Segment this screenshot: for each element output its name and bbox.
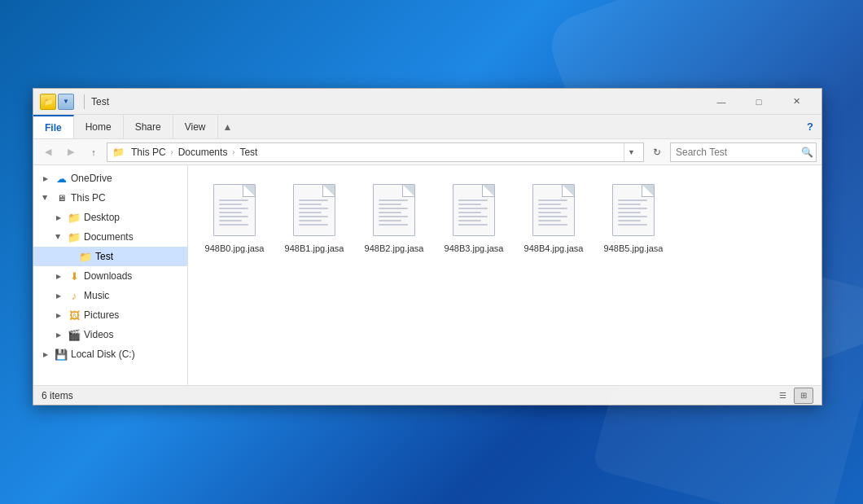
file-name: 948B5.jpg.jasa — [604, 243, 664, 254]
sidebar-label-pictures: Pictures — [84, 309, 119, 321]
details-view-button[interactable]: ☰ — [773, 388, 792, 404]
thispc-icon: 🖥 — [55, 191, 68, 204]
pictures-icon: 🖼 — [68, 309, 81, 322]
doc-line — [299, 216, 328, 217]
sidebar-item-localdisk[interactable]: ▶ 💾 Local Disk (C:) — [33, 344, 187, 364]
search-box: 🔍 — [670, 142, 817, 162]
refresh-button[interactable]: ↻ — [647, 142, 667, 162]
path-thispc[interactable]: This PC — [128, 145, 169, 160]
videos-icon: 🎬 — [68, 328, 81, 341]
doc-line — [379, 208, 408, 209]
up-button[interactable]: ↑ — [84, 142, 103, 162]
address-path[interactable]: 📁 This PC › Documents › Test ▼ — [107, 142, 644, 162]
file-item[interactable]: 948B2.jpg.jasa — [357, 175, 431, 260]
search-input[interactable] — [676, 147, 798, 158]
tab-share[interactable]: Share — [124, 115, 173, 138]
title-bar: 📁 ▼ Test — □ ✕ — [33, 89, 821, 115]
minimize-button[interactable]: — — [703, 89, 740, 115]
sidebar-item-videos[interactable]: ▶ 🎬 Videos — [33, 325, 187, 344]
onedrive-icon: ☁ — [55, 172, 68, 185]
sidebar-item-documents[interactable]: ▶ 📁 Documents — [33, 227, 187, 247]
doc-icon — [293, 184, 335, 236]
search-icon[interactable]: 🔍 — [801, 147, 813, 158]
doc-lines — [379, 199, 408, 228]
sidebar-item-music[interactable]: ▶ ♪ Music — [33, 286, 187, 305]
file-name: 948B4.jpg.jasa — [524, 243, 584, 254]
doc-line — [458, 199, 488, 201]
doc-line — [458, 204, 481, 205]
doc-lines — [299, 199, 328, 228]
doc-line — [299, 208, 328, 209]
doc-line — [618, 208, 647, 209]
path-test[interactable]: Test — [236, 145, 261, 160]
item-count: 6 items — [42, 390, 73, 401]
sidebar-item-thispc[interactable]: ▶ 🖥 This PC — [33, 188, 187, 208]
tab-view[interactable]: View — [173, 115, 218, 138]
path-documents[interactable]: Documents — [175, 145, 231, 160]
expand-arrow-pictures: ▶ — [53, 309, 64, 321]
tab-home[interactable]: Home — [74, 115, 124, 138]
doc-line — [379, 204, 401, 205]
expand-arrow-localdisk: ▶ — [40, 348, 51, 360]
file-item[interactable]: 948B1.jpg.jasa — [278, 175, 351, 260]
doc-icon — [453, 184, 495, 236]
doc-lines — [458, 199, 488, 228]
sidebar-item-onedrive[interactable]: ▶ ☁ OneDrive — [33, 169, 187, 188]
doc-line — [618, 220, 641, 221]
doc-line — [458, 220, 481, 221]
file-item[interactable]: 948B3.jpg.jasa — [437, 175, 510, 260]
file-name: 948B0.jpg.jasa — [205, 243, 265, 254]
doc-lines — [618, 199, 647, 228]
doc-line — [219, 199, 248, 201]
doc-line — [299, 220, 322, 221]
ribbon-collapse-chevron[interactable]: ▲ — [218, 115, 238, 138]
sidebar-label-onedrive: OneDrive — [71, 173, 112, 184]
doc-line — [538, 220, 561, 221]
expand-arrow-music: ▶ — [53, 290, 64, 301]
close-button[interactable]: ✕ — [778, 89, 815, 115]
doc-line — [219, 212, 242, 213]
doc-line — [538, 224, 567, 226]
downloads-icon: ⬇ — [68, 270, 81, 283]
doc-line — [299, 199, 328, 201]
explorer-window: 📁 ▼ Test — □ ✕ File Home Share View ▲ ? — [33, 88, 822, 405]
path-dropdown-arrow[interactable]: ▼ — [624, 143, 638, 161]
sidebar-label-localdisk: Local Disk (C:) — [71, 348, 135, 360]
doc-line — [538, 208, 567, 209]
doc-lines — [219, 199, 248, 228]
music-icon: ♪ — [68, 289, 81, 302]
help-button[interactable]: ? — [799, 115, 821, 138]
path-folder-icon: 📁 — [112, 147, 125, 158]
doc-line — [219, 224, 248, 226]
file-area: 948B0.jpg.jasa 948B1.jpg.jasa — [188, 165, 821, 385]
file-icon-wrapper — [288, 181, 340, 239]
file-item[interactable]: 948B4.jpg.jasa — [517, 175, 590, 260]
sidebar-item-test[interactable]: 📁 Test — [33, 247, 187, 266]
quick-access-icon-1[interactable]: 📁 — [40, 94, 56, 110]
doc-line — [538, 216, 567, 217]
tab-file[interactable]: File — [33, 115, 74, 138]
sidebar-label-music: Music — [84, 290, 109, 301]
file-icon-wrapper — [208, 181, 261, 239]
sidebar-item-pictures[interactable]: ▶ 🖼 Pictures — [33, 305, 187, 325]
file-icon-wrapper — [448, 181, 500, 239]
doc-line — [538, 199, 567, 201]
file-item[interactable]: 948B5.jpg.jasa — [597, 175, 670, 260]
file-item[interactable]: 948B0.jpg.jasa — [198, 175, 271, 260]
expand-arrow-thispc: ▶ — [40, 192, 51, 204]
file-icon-wrapper — [607, 181, 659, 239]
file-name: 948B2.jpg.jasa — [365, 243, 424, 254]
doc-line — [379, 220, 401, 221]
doc-line — [458, 212, 481, 213]
quick-access-icon-2[interactable]: ▼ — [58, 94, 74, 110]
view-buttons: ☰ ⊞ — [773, 388, 813, 404]
doc-icon — [213, 184, 256, 236]
large-icons-view-button[interactable]: ⊞ — [794, 388, 813, 404]
doc-line — [299, 224, 328, 226]
sidebar-item-desktop[interactable]: ▶ 📁 Desktop — [33, 208, 187, 227]
maximize-button[interactable]: □ — [740, 89, 778, 115]
title-separator — [84, 94, 85, 109]
forward-button[interactable]: ▶ — [61, 142, 81, 162]
sidebar-item-downloads[interactable]: ▶ ⬇ Downloads — [33, 266, 187, 286]
back-button[interactable]: ◀ — [38, 142, 58, 162]
